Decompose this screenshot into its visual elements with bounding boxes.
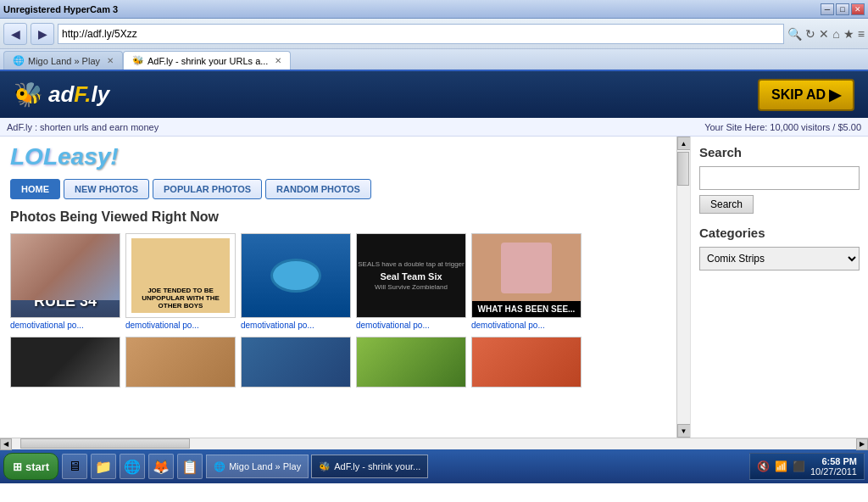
photo-link-4[interactable]: demotivational po... xyxy=(356,321,466,330)
photos-grid-row2 xyxy=(10,337,666,388)
seen-thumb: WHAT HAS BEEN SEE... xyxy=(472,234,581,317)
popular-photos-button[interactable]: POPULAR PHOTOS xyxy=(153,179,262,199)
taskbar-quick-launch-1[interactable]: 🖥 xyxy=(62,454,87,479)
content-area: LOLeasy! HOME NEW PHOTOS POPULAR PHOTOS … xyxy=(0,137,676,438)
seal-sub-text: Will Survive Zombieland xyxy=(375,283,448,291)
start-label: start xyxy=(25,460,49,473)
taskbar-quick-launch-2[interactable]: 📁 xyxy=(91,454,116,479)
photo-link-3[interactable]: demotivational po... xyxy=(241,321,351,330)
h-scroll-track[interactable] xyxy=(12,438,856,449)
forward-button[interactable]: ▶ xyxy=(31,23,54,45)
photo-thumb-9[interactable] xyxy=(356,337,466,388)
seal-main-text: Seal Team Six xyxy=(380,271,442,282)
title-bar-text: Unregistered HyperCam 3 xyxy=(3,4,118,14)
favorites-icon[interactable]: ★ xyxy=(843,27,854,41)
refresh-icon[interactable]: ↻ xyxy=(805,27,815,41)
tab-close-adfly[interactable]: ✕ xyxy=(275,56,281,65)
categories-select[interactable]: Comix Strips xyxy=(699,247,860,271)
photo-item-10[interactable] xyxy=(471,337,581,388)
photo-thumb-3[interactable] xyxy=(241,233,351,318)
joe-thumb: JOE TENDED TO BE UNPOPULAR WITH THE OTHE… xyxy=(126,234,235,317)
photo-item-8[interactable] xyxy=(241,337,351,388)
taskbar-item-label-migo: Migo Land » Play xyxy=(229,461,301,471)
search-input[interactable] xyxy=(699,166,860,190)
scroll-up-button[interactable]: ▲ xyxy=(677,137,691,150)
clock-time: 6:58 PM xyxy=(810,456,857,466)
back-button[interactable]: ◀ xyxy=(3,23,27,45)
minimize-button[interactable]: ─ xyxy=(821,3,834,15)
photo-item-1[interactable]: RULE 34 demotivational po... xyxy=(10,233,120,330)
photo-thumb-6[interactable] xyxy=(10,337,120,388)
photo-item-5[interactable]: WHAT HAS BEEN SEE... demotivational po..… xyxy=(471,233,581,330)
photo-item-4[interactable]: SEALS have a double tap at trigger Seal … xyxy=(356,233,466,330)
horizontal-scrollbar: ◀ ▶ xyxy=(0,438,868,449)
photo-thumb-2[interactable]: JOE TENDED TO BE UNPOPULAR WITH THE OTHE… xyxy=(125,233,236,318)
volume-icon[interactable]: 🔇 xyxy=(757,460,770,472)
photo-thumb-5[interactable]: WHAT HAS BEEN SEE... xyxy=(471,233,581,318)
info-bar-right: Your Site Here: 10,000 visitors / $5.00 xyxy=(704,122,861,132)
seen-text: WHAT HAS BEEN SEE... xyxy=(472,301,581,317)
info-bar-left: AdF.ly : shorten urls and earn money xyxy=(7,122,159,132)
network-icon[interactable]: 📶 xyxy=(775,460,787,472)
photo-item-7[interactable] xyxy=(125,337,236,388)
photo-link-5[interactable]: demotivational po... xyxy=(471,321,581,330)
h-scroll-left-button[interactable]: ◀ xyxy=(0,438,12,450)
stop-icon[interactable]: ✕ xyxy=(819,27,829,41)
random-photos-button[interactable]: RANDOM PHOTOS xyxy=(265,179,371,199)
tab-close-migo[interactable]: ✕ xyxy=(107,56,114,65)
new-photos-button[interactable]: NEW PHOTOS xyxy=(64,179,149,199)
adfly-logo: 🐝 adF.ly xyxy=(14,81,109,109)
settings-icon[interactable]: ≡ xyxy=(858,27,865,41)
search-icon[interactable]: 🔍 xyxy=(787,27,802,41)
scroll-thumb[interactable] xyxy=(677,152,689,186)
photo-thumb-7[interactable] xyxy=(125,337,236,388)
photo-item-6[interactable] xyxy=(10,337,120,388)
taskbar-item-adfly[interactable]: 🐝 AdF.ly - shrink your... xyxy=(311,455,428,478)
skip-ad-button[interactable]: SKIP AD ▶ xyxy=(758,79,854,111)
taskbar-item-icon-migo: 🌐 xyxy=(214,461,225,472)
photo-thumb-4[interactable]: SEALS have a double tap at trigger Seal … xyxy=(356,233,466,318)
close-button[interactable]: ✕ xyxy=(851,3,865,15)
taskbar-quick-launch-4[interactable]: 🦊 xyxy=(148,454,174,479)
title-bar: Unregistered HyperCam 3 ─ □ ✕ xyxy=(0,0,868,19)
photo-thumb-8[interactable] xyxy=(241,337,351,388)
address-bar[interactable] xyxy=(58,24,784,44)
home-button[interactable]: HOME xyxy=(10,179,60,199)
joe-inner: JOE TENDED TO BE UNPOPULAR WITH THE OTHE… xyxy=(131,238,229,313)
tab-migo-land[interactable]: 🌐 Migo Land » Play ✕ xyxy=(3,51,123,70)
photo-item-3[interactable]: demotivational po... xyxy=(241,233,351,330)
taskbar-item-migo[interactable]: 🌐 Migo Land » Play xyxy=(206,455,309,478)
start-icon: ⊞ xyxy=(13,460,22,473)
search-section-title: Search xyxy=(699,145,860,159)
photo-item-9[interactable] xyxy=(356,337,466,388)
section-title: Photos Being Viewed Right Now xyxy=(10,209,666,225)
battery-icon[interactable]: ⬛ xyxy=(793,460,805,472)
clock: 6:58 PM 10/27/2011 xyxy=(810,456,857,477)
browser-toolbar: ◀ ▶ 🔍 ↻ ✕ ⌂ ★ ≡ xyxy=(0,19,868,49)
home-icon[interactable]: ⌂ xyxy=(832,27,839,41)
search-button[interactable]: Search xyxy=(699,195,754,214)
photo-link-1[interactable]: demotivational po... xyxy=(10,321,120,330)
h-scroll-right-button[interactable]: ▶ xyxy=(856,438,868,450)
tab-adfly[interactable]: 🐝 AdF.ly - shrink your URLs a... ✕ xyxy=(123,51,291,70)
tab-favicon-migo: 🌐 xyxy=(13,55,25,66)
nav-buttons: HOME NEW PHOTOS POPULAR PHOTOS RANDOM PH… xyxy=(10,179,666,199)
content-wrapper: LOLeasy! HOME NEW PHOTOS POPULAR PHOTOS … xyxy=(0,137,868,438)
start-button[interactable]: ⊞ start xyxy=(3,453,58,480)
maximize-button[interactable]: □ xyxy=(836,3,849,15)
photo-item-2[interactable]: JOE TENDED TO BE UNPOPULAR WITH THE OTHE… xyxy=(125,233,236,330)
taskbar-quick-launch-3[interactable]: 🌐 xyxy=(120,454,145,479)
tab-favicon-adfly: 🐝 xyxy=(132,55,144,66)
photo-thumb-10[interactable] xyxy=(471,337,581,388)
taskbar-quick-launch-5[interactable]: 📋 xyxy=(177,454,203,479)
photo-link-2[interactable]: demotivational po... xyxy=(125,321,236,330)
clock-date: 10/27/2011 xyxy=(810,466,857,477)
h-scroll-thumb[interactable] xyxy=(20,438,190,449)
adfly-bar: 🐝 adF.ly SKIP AD ▶ xyxy=(0,71,868,118)
taskbar-right: 🔇 📶 ⬛ 6:58 PM 10/27/2011 xyxy=(749,453,865,480)
scroll-down-button[interactable]: ▼ xyxy=(677,424,691,438)
scroll-track[interactable] xyxy=(677,150,690,424)
photo-thumb-1[interactable]: RULE 34 xyxy=(10,233,120,318)
categories-title: Categories xyxy=(699,226,860,240)
vertical-scrollbar: ▲ ▼ xyxy=(676,137,690,438)
